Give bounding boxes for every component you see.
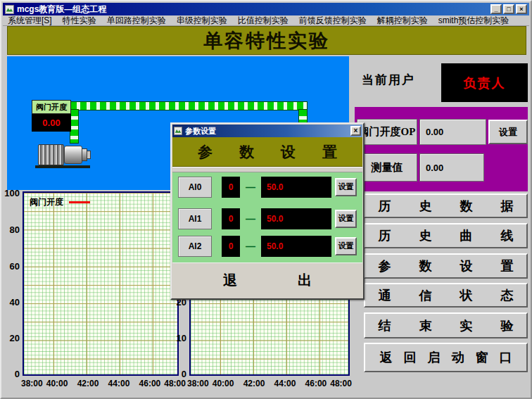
dialog-heading: 参数设置: [172, 137, 362, 167]
restore-icon[interactable]: □: [503, 4, 514, 14]
ai1-high-value[interactable]: 50.0: [261, 208, 331, 229]
y-tick: 20: [1, 334, 20, 343]
ai0-label: AI0: [178, 177, 212, 198]
trend1-legend: 阀门开度: [30, 196, 90, 208]
ai1-row: AI1 0 — 50.0 设置: [178, 208, 358, 229]
dialog-icon: [174, 127, 182, 135]
x-tick: 44:00: [108, 379, 130, 389]
menu-item-smith[interactable]: smith预估控制实验: [438, 15, 509, 27]
app-icon: [5, 5, 14, 14]
valve-opening-value: 0.00: [32, 114, 71, 132]
ai0-low-value[interactable]: 0: [222, 177, 240, 198]
parameter-dialog: 参数设置 × 参数设置 AI0 0 — 50.0 设置 AI1 0 — 50.0…: [170, 122, 365, 300]
dialog-close-icon[interactable]: ×: [350, 126, 361, 136]
window-title: mcgs教育版—组态工程: [17, 4, 106, 15]
current-user-value: 负责人: [441, 63, 528, 102]
valve-op-set-button[interactable]: 设置: [488, 120, 528, 144]
ai1-set-button[interactable]: 设置: [335, 210, 357, 228]
y-tick: 100: [1, 189, 20, 198]
menu-item-single-loop[interactable]: 单回路控制实验: [107, 15, 166, 27]
trend1-legend-label: 阀门开度: [30, 196, 63, 208]
page-title: 单容特性实验: [7, 26, 526, 55]
range-dash: —: [240, 213, 261, 224]
ai1-label: AI1: [178, 208, 212, 229]
dialog-title-bar[interactable]: 参数设置 ×: [172, 125, 362, 137]
y-tick: 10: [170, 334, 186, 343]
dialog-divider: [172, 167, 362, 172]
ai2-label: AI2: [178, 236, 212, 257]
comm-status-button[interactable]: 通信状态: [364, 283, 528, 308]
x-tick: 48:00: [164, 379, 186, 389]
trend1-legend-line: [69, 201, 90, 203]
x-tick: 42:00: [77, 379, 99, 389]
end-experiment-button[interactable]: 结束实验: [364, 312, 528, 338]
valve-opening-label: 阀门开度: [32, 100, 71, 114]
parameter-setting-button[interactable]: 参数设置: [364, 253, 528, 279]
history-curve-button[interactable]: 历史曲线: [364, 223, 528, 248]
ai0-high-value[interactable]: 50.0: [261, 177, 331, 198]
pipe-horizontal: [70, 101, 308, 110]
measured-value-label: 测量值: [357, 153, 417, 182]
ai2-row: AI2 0 — 50.0 设置: [178, 235, 358, 257]
return-start-window-button[interactable]: 返回启动窗口: [364, 343, 528, 372]
x-tick: 40:00: [213, 379, 234, 389]
dialog-exit-button[interactable]: 退出: [172, 262, 362, 298]
dialog-body: AI0 0 — 50.0 设置 AI1 0 — 50.0 设置 AI2 0 — …: [172, 172, 362, 262]
x-tick: 48:00: [330, 379, 352, 389]
x-tick: 42:00: [243, 379, 265, 389]
trend2-x-axis: 38:00 40:00 42:00 44:00 46:00 48:00: [187, 379, 352, 389]
trend1-x-axis: 38:00 40:00 42:00 44:00 46:00 48:00: [21, 379, 186, 389]
valve-opening-tag: 阀门开度 0.00: [32, 100, 71, 132]
y-tick: 0: [1, 369, 20, 379]
app-window: mcgs教育版—组态工程 _ □ × 系统管理[S] 特性实验 单回路控制实验 …: [0, 0, 532, 399]
history-data-button[interactable]: 历史数据: [364, 194, 528, 218]
y-tick: 0: [170, 369, 186, 379]
measured-value-value: 0.00: [419, 153, 484, 182]
valve-trend-chart: [23, 191, 179, 376]
menu-item-system[interactable]: 系统管理[S]: [8, 15, 52, 27]
x-tick: 38:00: [21, 379, 43, 389]
x-tick: 38:00: [187, 379, 209, 389]
valve-op-label: 阀门开度OP: [357, 119, 417, 145]
close-icon[interactable]: ×: [516, 4, 527, 14]
x-tick: 40:00: [46, 379, 68, 389]
ai2-low-value[interactable]: 0: [222, 236, 240, 257]
y-tick: 40: [1, 298, 20, 308]
y-tick: 60: [1, 262, 20, 272]
pump-icon: [34, 142, 91, 169]
ai2-high-value[interactable]: 50.0: [261, 236, 331, 257]
dialog-title: 参数设置: [185, 126, 216, 137]
menu-item-characteristic[interactable]: 特性实验: [63, 15, 96, 27]
ai1-low-value[interactable]: 0: [222, 208, 240, 229]
current-user-label: 当前用户: [362, 72, 415, 88]
x-tick: 44:00: [274, 379, 296, 389]
x-tick: 46:00: [139, 379, 161, 389]
ai0-row: AI0 0 — 50.0 设置: [178, 176, 358, 198]
title-bar: mcgs教育版—组态工程 _ □ ×: [3, 3, 529, 15]
range-dash: —: [240, 241, 261, 252]
x-tick: 46:00: [305, 379, 327, 389]
menu-item-cascade[interactable]: 串级控制实验: [177, 15, 227, 27]
ai0-set-button[interactable]: 设置: [335, 178, 357, 196]
valve-op-value[interactable]: 0.00: [419, 119, 486, 145]
menu-item-ratio[interactable]: 比值控制实验: [238, 15, 289, 27]
range-dash: —: [240, 182, 261, 193]
minimize-icon[interactable]: _: [490, 4, 502, 14]
menu-bar: 系统管理[S] 特性实验 单回路控制实验 串级控制实验 比值控制实验 前馈反馈控…: [3, 15, 529, 26]
ai2-set-button[interactable]: 设置: [335, 237, 357, 255]
menu-item-feedforward[interactable]: 前馈反馈控制实验: [299, 15, 367, 27]
y-tick: 80: [1, 225, 20, 235]
menu-item-decoupling[interactable]: 解耦控制实验: [377, 15, 428, 27]
